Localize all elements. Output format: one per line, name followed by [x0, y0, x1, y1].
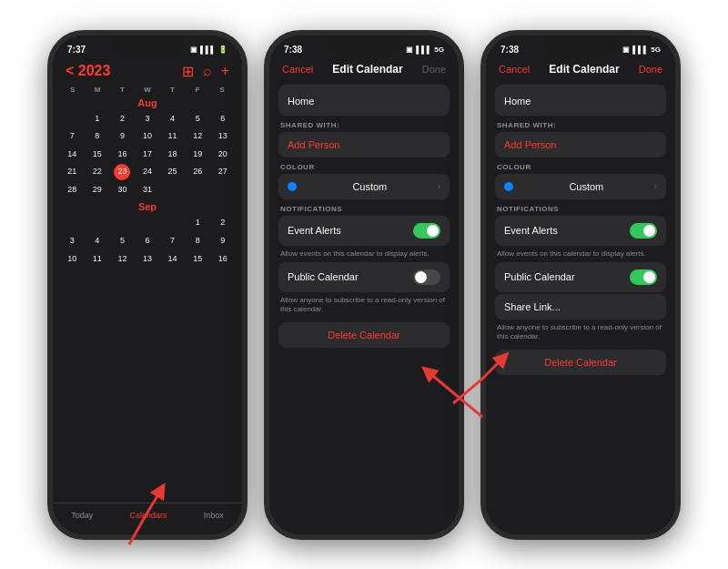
cancel-btn-3[interactable]: Cancel	[499, 64, 530, 75]
aug-26[interactable]: 26	[186, 163, 210, 180]
sep-1[interactable]: 1	[186, 214, 210, 231]
aug-11[interactable]: 11	[160, 127, 185, 145]
sep-13[interactable]: 13	[136, 250, 160, 268]
colour-item-2[interactable]: Custom ›	[278, 174, 450, 199]
public-cal-item-2[interactable]: Public Calendar	[278, 262, 450, 292]
phone2-wrapper: 7:38 ▣ ▌▌▌ 5G Cancel Edit Calendar Done …	[264, 30, 464, 540]
time-3: 7:38	[500, 45, 519, 55]
aug-3[interactable]: 3	[136, 110, 160, 127]
delete-cal-btn-2[interactable]: Delete Calendar	[278, 322, 450, 348]
sep-14[interactable]: 14	[160, 250, 185, 268]
done-btn-2[interactable]: Done	[422, 64, 446, 75]
aug-29[interactable]: 29	[86, 181, 110, 198]
phone1-screen: 7:37 ▣ ▌▌▌ 🔋 < 2023 ⊞ ⌕ + S M	[53, 36, 242, 534]
aug-16[interactable]: 16	[110, 146, 135, 163]
sep-7[interactable]: 7	[160, 232, 185, 249]
public-cal-item-3[interactable]: Public Calendar	[495, 262, 666, 292]
tab-calendars[interactable]: Calendars	[129, 511, 167, 520]
phone3-frame: 7:38 ▣ ▌▌▌ 5G Cancel Edit Calendar Done …	[480, 30, 681, 540]
sep-5[interactable]: 5	[110, 232, 135, 249]
sep-2[interactable]: 2	[210, 214, 235, 231]
battery-icon-1: 🔋	[218, 46, 228, 54]
year-label[interactable]: < 2023	[66, 63, 110, 79]
notch1	[111, 36, 184, 56]
aug-18[interactable]: 18	[160, 146, 185, 163]
aug-empty	[60, 110, 85, 127]
aug-14[interactable]: 14	[60, 146, 85, 163]
public-cal-hint-3: Allow anyone to subscribe to a read-only…	[495, 321, 666, 346]
aug-7[interactable]: 7	[60, 127, 85, 145]
monitor-icon[interactable]: ⊞	[182, 63, 194, 80]
aug-13[interactable]: 13	[210, 127, 235, 145]
shared-with-label-3: SHARED WITH:	[497, 121, 666, 129]
add-person-item-3[interactable]: Add Person	[495, 132, 666, 157]
aug-4[interactable]: 4	[160, 110, 185, 127]
aug-30[interactable]: 30	[110, 181, 135, 198]
delete-cal-btn-3[interactable]: Delete Calendar	[495, 350, 666, 375]
cancel-btn-2[interactable]: Cancel	[282, 64, 313, 75]
public-cal-hint-2: Allow anyone to subscribe to a read-only…	[278, 294, 450, 319]
aug-2[interactable]: 2	[110, 110, 135, 127]
event-alerts-knob-3	[643, 225, 655, 237]
sep-6[interactable]: 6	[136, 232, 160, 249]
aug-20[interactable]: 20	[210, 146, 235, 163]
event-alerts-text-3: Event Alerts	[504, 225, 558, 236]
sep-grid: 1 2 3 4 5 6 7 8 9 10 11 12 13 14 15 16	[53, 214, 242, 267]
aug-24[interactable]: 24	[136, 163, 160, 180]
event-alerts-toggle-3[interactable]	[630, 223, 657, 239]
phone2-screen: 7:38 ▣ ▌▌▌ 5G Cancel Edit Calendar Done …	[269, 36, 459, 534]
aug-15[interactable]: 15	[86, 146, 110, 163]
sep-11[interactable]: 11	[86, 250, 110, 268]
aug-8[interactable]: 8	[86, 127, 110, 145]
calendar-name-field-2[interactable]: Home	[278, 85, 450, 116]
aug-12[interactable]: 12	[186, 127, 210, 145]
public-cal-toggle-2[interactable]	[413, 269, 440, 285]
add-person-item-2[interactable]: Add Person	[278, 132, 450, 157]
sep-4[interactable]: 4	[86, 232, 110, 249]
sep-8[interactable]: 8	[186, 232, 210, 249]
tab-today[interactable]: Today	[71, 511, 93, 520]
calendar-name-field-3[interactable]: Home	[495, 85, 666, 116]
aug-1[interactable]: 1	[86, 110, 110, 127]
signal-icon-2: ▌▌▌	[416, 46, 431, 54]
tab-inbox[interactable]: Inbox	[204, 511, 224, 520]
sep-e2	[86, 214, 110, 231]
event-alerts-item-3[interactable]: Event Alerts	[495, 216, 666, 246]
event-alerts-item-2[interactable]: Event Alerts	[278, 216, 450, 246]
aug-6[interactable]: 6	[210, 110, 235, 127]
colour-item-3[interactable]: Custom ›	[495, 174, 666, 199]
aug-25[interactable]: 25	[160, 163, 185, 180]
sep-15[interactable]: 15	[186, 250, 210, 268]
event-alerts-toggle-2[interactable]	[413, 223, 440, 239]
sep-9[interactable]: 9	[210, 232, 235, 249]
aug-17[interactable]: 17	[136, 146, 160, 163]
cal-weekday-header: S M T W T F S	[53, 82, 242, 94]
aug-22[interactable]: 22	[86, 163, 110, 180]
aug-21[interactable]: 21	[60, 163, 85, 180]
aug-9[interactable]: 9	[110, 127, 135, 145]
shared-with-label-2: SHARED WITH:	[280, 121, 450, 129]
aug-28[interactable]: 28	[60, 181, 85, 198]
aug-31[interactable]: 31	[136, 181, 160, 198]
calendar-name-value-2: Home	[288, 96, 314, 107]
done-btn-3[interactable]: Done	[639, 64, 662, 75]
aug-23-today[interactable]: 23	[114, 164, 130, 180]
share-link-item-3[interactable]: Share Link...	[495, 294, 666, 320]
sep-16[interactable]: 16	[210, 250, 235, 268]
chevron-icon-2: ›	[438, 181, 440, 191]
aug-27[interactable]: 27	[210, 163, 235, 180]
aug-5[interactable]: 5	[186, 110, 210, 127]
public-cal-toggle-3[interactable]	[630, 269, 657, 285]
add-icon[interactable]: +	[221, 63, 229, 79]
phone2-frame: 7:38 ▣ ▌▌▌ 5G Cancel Edit Calendar Done …	[264, 30, 464, 540]
cal-bottom-tabs: Today Calendars Inbox	[53, 503, 242, 534]
sep-12[interactable]: 12	[110, 250, 135, 268]
sep-10[interactable]: 10	[60, 250, 85, 268]
day-m: M	[85, 86, 109, 94]
aug-19[interactable]: 19	[186, 146, 210, 163]
notifications-label-3: NOTIFICATIONS	[497, 205, 666, 213]
search-icon[interactable]: ⌕	[203, 63, 212, 79]
aug-10[interactable]: 10	[136, 127, 160, 145]
sep-3[interactable]: 3	[60, 232, 85, 249]
cal-nav-icons: ⊞ ⌕ +	[182, 63, 229, 80]
